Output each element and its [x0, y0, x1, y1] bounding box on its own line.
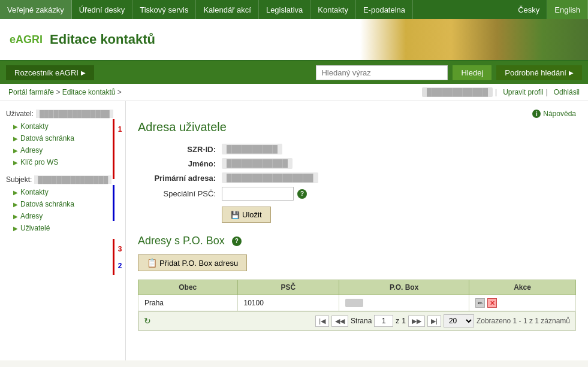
- po-box-help-icon[interactable]: ?: [232, 236, 242, 246]
- username-masked: ████████████: [422, 87, 493, 97]
- prim-adresa-label: Primární adresa:: [138, 174, 222, 183]
- nav-legislativa[interactable]: Legislativa: [259, 0, 310, 19]
- ulozit-button[interactable]: 💾 Uložit: [222, 207, 271, 223]
- breadcrumb-separator-1: >: [56, 88, 62, 96]
- advanced-search-button[interactable]: Podrobné hledání: [496, 65, 582, 80]
- logo-area: eAGRI Editace kontaktů: [0, 32, 165, 47]
- sidebar-subjekt-value: ███████████████: [34, 175, 111, 184]
- eagri-logo: eAGRI: [10, 34, 43, 46]
- cell-po-box: [339, 295, 469, 311]
- sidebar-item-adresy-1[interactable]: ▶ Adresy: [0, 144, 125, 156]
- napoveda-area: i Nápověda: [138, 110, 576, 118]
- page-total: 1: [402, 317, 406, 325]
- first-page-btn[interactable]: |◀: [315, 316, 329, 327]
- cell-psc: 10100: [237, 295, 339, 311]
- sidebar-item-datova-schranka-1[interactable]: ▶ Datová schránka: [0, 132, 125, 144]
- sidebar-bar-blue: [113, 185, 114, 221]
- odhlasit-link[interactable]: Odhlásil: [554, 88, 580, 96]
- napoveda-button[interactable]: i Nápověda: [532, 110, 576, 118]
- breadcrumb-editace-kontaktu[interactable]: Editace kontaktů: [62, 88, 116, 96]
- logo-agri: AGRI: [16, 34, 43, 46]
- sidebar-link-datova-schranka-1[interactable]: Datová schránka: [20, 134, 74, 142]
- sidebar-link-uzivatele[interactable]: Uživatelé: [20, 224, 50, 232]
- edit-icon[interactable]: ✏: [475, 298, 485, 308]
- sidebar-item-adresy-2[interactable]: ▶ Adresy: [0, 210, 125, 222]
- nav-e-podatelna[interactable]: E-podatelna: [356, 0, 413, 19]
- sidebar-uzivatel-label: Uživatel:: [6, 110, 34, 118]
- sidebar-link-adresy-1[interactable]: Adresy: [20, 146, 43, 154]
- nav-kalendar-akci[interactable]: Kalendář akcí: [196, 0, 259, 19]
- nav-kontakty[interactable]: Kontakty: [310, 0, 356, 19]
- sidebar-subjekt-header: Subjekt: ███████████████: [0, 173, 125, 186]
- refresh-icon[interactable]: ↻: [144, 316, 151, 326]
- table-body: Praha 10100 ✏ ✕: [138, 295, 576, 331]
- jmeno-value: ████████████: [222, 158, 293, 169]
- col-akce: Akce: [469, 280, 576, 295]
- po-box-value: [345, 299, 363, 307]
- nav-tiskovy-servis[interactable]: Tiskový servis: [132, 0, 196, 19]
- spec-psc-input[interactable]: [222, 187, 294, 201]
- sidebar-item-uzivatele[interactable]: ▶ Uživatelé: [0, 222, 125, 234]
- sidebar-subjekt-label: Subjekt:: [6, 175, 32, 184]
- cell-obec: Praha: [138, 295, 238, 311]
- nav-verejne-zakazky[interactable]: Veřejné zakázky: [0, 0, 72, 19]
- prev-page-btn[interactable]: ◀◀: [331, 316, 348, 327]
- sidebar-item-datova-schranka-2[interactable]: ▶ Datová schránka: [0, 198, 125, 210]
- user-actions: ████████████ | Upravit profil | Odhlásil: [422, 87, 580, 97]
- spec-psc-label: Speciální PSČ:: [138, 189, 222, 198]
- pridat-po-box-button[interactable]: 📋 Přidat P.O. Box adresu: [138, 254, 247, 271]
- sidebar-bar-red-1: [113, 119, 114, 179]
- page-input[interactable]: [374, 315, 393, 327]
- sidebar-num-3: 3: [114, 245, 125, 253]
- ulozit-label: Uložit: [242, 210, 262, 219]
- breadcrumb-portal-farmere[interactable]: Portál farmáře: [8, 88, 54, 96]
- sidebar-link-adresy-2[interactable]: Adresy: [20, 212, 43, 220]
- po-box-table: Obec PSČ P.O. Box Akce Praha 10100: [138, 280, 576, 331]
- sidebar-link-kontakty-1[interactable]: Kontakty: [20, 122, 49, 131]
- spec-psc-help-icon[interactable]: ?: [297, 189, 307, 199]
- rozcestnik-button[interactable]: Rozcestník eAGRI: [6, 65, 94, 80]
- adresa-uzivatele-title: Adresa uživatele: [138, 120, 576, 134]
- sidebar-link-datova-schranka-2[interactable]: Datová schránka: [20, 200, 74, 208]
- po-box-section: Adresy s P.O. Box ? 📋 Přidat P.O. Box ad…: [138, 235, 576, 331]
- last-page-btn[interactable]: ▶|: [427, 316, 441, 327]
- sidebar-uzivatel-value: ███████████████: [36, 110, 113, 118]
- main-layout: Uživatel: ███████████████ ▶ Kontakty ▶ D…: [0, 101, 588, 360]
- prim-adresa-row: Primární adresa: █████████████████: [138, 172, 576, 183]
- arrow-icon-4: ▶: [13, 159, 18, 166]
- lang-english[interactable]: English: [547, 0, 588, 19]
- szr-id-row: SZR-ID: ██████████: [138, 144, 576, 154]
- pridat-btn-label: Přidat P.O. Box adresu: [159, 259, 238, 268]
- cell-akce: ✏ ✕: [469, 295, 576, 311]
- arrow-icon-8: ▶: [13, 225, 18, 232]
- sidebar-link-klic-pro-ws[interactable]: Klíč pro WS: [20, 158, 58, 166]
- sidebar-item-klic-pro-ws[interactable]: ▶ Klíč pro WS: [0, 156, 125, 168]
- nav-uredni-desky[interactable]: Úřední desky: [72, 0, 133, 19]
- arrow-icon-7: ▶: [13, 213, 18, 220]
- sidebar-link-kontakty-2[interactable]: Kontakty: [20, 188, 49, 196]
- header-background-image: [360, 19, 588, 61]
- form-section: SZR-ID: ██████████ Jméno: ████████████ P…: [138, 144, 576, 223]
- pagination-cell: ↻ |◀ ◀◀ Strana z 1 ▶▶ ▶|: [138, 311, 576, 331]
- delete-icon[interactable]: ✕: [487, 298, 497, 308]
- info-icon: i: [532, 110, 541, 118]
- sidebar-item-kontakty-1[interactable]: ▶ Kontakty: [0, 120, 125, 132]
- lang-czech[interactable]: Česky: [511, 0, 547, 19]
- action-icons: ✏ ✕: [475, 298, 569, 308]
- spec-psc-row: Speciální PSČ: ?: [138, 187, 576, 201]
- sidebar-item-kontakty-2[interactable]: ▶ Kontakty: [0, 186, 125, 198]
- sidebar-uzivatel-header: Uživatel: ███████████████: [0, 107, 125, 120]
- jmeno-label: Jméno:: [138, 159, 222, 168]
- logo-e: e: [10, 34, 16, 46]
- upravit-profil-link[interactable]: Upravit profil: [503, 88, 543, 96]
- sidebar: Uživatel: ███████████████ ▶ Kontakty ▶ D…: [0, 101, 126, 360]
- search-input[interactable]: [316, 65, 448, 80]
- search-button[interactable]: Hledej: [453, 65, 491, 80]
- per-page-select[interactable]: 20 50 100: [444, 314, 474, 327]
- sidebar-bar-red-2: [113, 239, 114, 275]
- save-row: 💾 Uložit: [138, 207, 576, 223]
- next-page-btn[interactable]: ▶▶: [408, 316, 425, 327]
- jmeno-row: Jméno: ████████████: [138, 158, 576, 169]
- table-row: Praha 10100 ✏ ✕: [138, 295, 576, 311]
- table-header: Obec PSČ P.O. Box Akce: [138, 280, 576, 295]
